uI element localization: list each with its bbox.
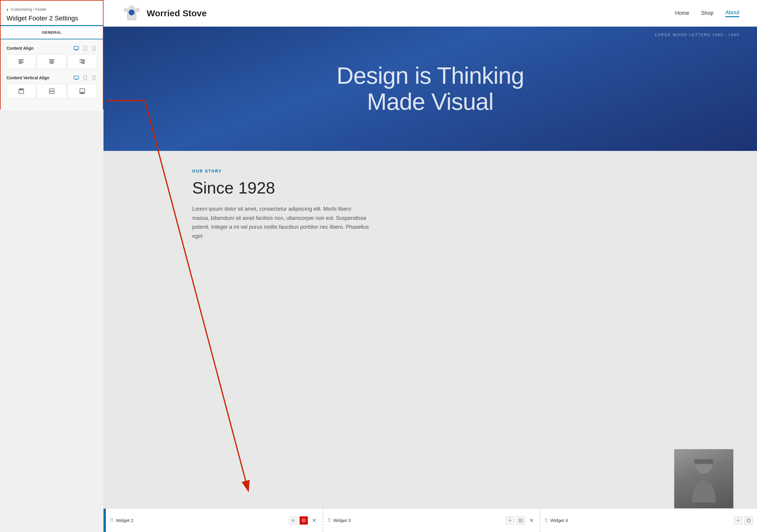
svg-point-6	[94, 50, 94, 50]
panel-header: ‹ Customizing • Footer Widget Footer 2 S…	[1, 1, 103, 26]
content-align-buttons	[7, 54, 97, 69]
widget-item-4: ⠿ Widget 4	[540, 509, 757, 532]
widget-settings-btn-3[interactable]	[506, 516, 514, 525]
section-body: Lorem ipsum dolor sit amet, consectetur …	[192, 204, 370, 240]
widget-drag-handle-4[interactable]: ⠿	[544, 517, 548, 523]
tablet-icon-2[interactable]	[82, 75, 88, 81]
hero-bg-text: LARGE WOOD LETTERS 1890 - 1940	[655, 33, 739, 37]
section-label: OUR STORY	[192, 169, 698, 173]
align-right-button[interactable]	[68, 54, 97, 69]
svg-rect-0	[74, 47, 79, 49]
hero-section: LARGE WOOD LETTERS 1890 - 1940 Design is…	[104, 27, 757, 151]
svg-point-4	[85, 50, 85, 50]
content-align-control: Content Align	[7, 45, 97, 69]
align-center-button[interactable]	[37, 54, 66, 69]
widget-expand-btn-2[interactable]	[300, 516, 308, 525]
content-align-label: Content Align	[7, 46, 33, 50]
panel-title: Widget Footer 2 Settings	[7, 15, 97, 22]
svg-rect-20	[76, 79, 77, 80]
mobile-icon[interactable]	[91, 45, 97, 51]
widget-close-btn-3[interactable]: ✕	[527, 516, 535, 525]
site-name: Worried Stove	[147, 8, 207, 18]
footer-widget-bar: ⠿ Widget 2 ✕ ⠿ Widget 3	[104, 508, 757, 532]
site-preview-area: Worried Stove Home Shop About LARGE WOOD…	[104, 0, 757, 532]
mobile-icon-2[interactable]	[91, 75, 97, 81]
widget-drag-handle-3[interactable]: ⠿	[327, 517, 331, 523]
widget-expand-btn-3[interactable]	[517, 516, 525, 525]
widget-name-3: Widget 3	[333, 518, 504, 523]
align-left-button[interactable]	[7, 54, 36, 69]
breadcrumb: Customizing • Footer	[11, 7, 47, 12]
svg-point-37	[129, 10, 135, 16]
content-section: OUR STORY Since 1928 Lorem ipsum dolor s…	[104, 151, 757, 508]
section-title: Since 1928	[192, 178, 698, 197]
valign-middle-button[interactable]	[37, 84, 66, 99]
nav-links: Home Shop About	[675, 10, 739, 17]
svg-point-45	[509, 520, 511, 521]
panel-body: Content Align	[1, 39, 103, 110]
person-image-placeholder	[674, 449, 733, 508]
content-vertical-align-control: Content Vertical Align	[7, 75, 97, 99]
widget-settings-btn-2[interactable]	[289, 516, 297, 525]
nav-shop[interactable]: Shop	[701, 10, 713, 16]
customizer-sidebar: ‹ Customizing • Footer Widget Footer 2 S…	[0, 0, 104, 532]
hero-title: Design is Thinking Made Visual	[337, 63, 524, 115]
tablet-icon[interactable]	[82, 45, 88, 51]
widget-color-indicator	[104, 509, 106, 532]
site-navigation: Worried Stove Home Shop About	[104, 0, 757, 27]
svg-point-22	[85, 79, 85, 80]
widget-drag-handle-2[interactable]: ⠿	[110, 517, 113, 523]
hero-main-text: Design is Thinking Made Visual	[337, 63, 524, 115]
desktop-icon[interactable]	[73, 45, 79, 51]
nav-home[interactable]: Home	[675, 10, 689, 16]
content-vertical-align-label: Content Vertical Align	[7, 76, 49, 80]
person-image	[674, 449, 733, 508]
svg-rect-49	[747, 519, 750, 522]
svg-point-41	[292, 520, 294, 521]
widget-expand-btn-4[interactable]	[744, 516, 753, 525]
nav-about[interactable]: About	[725, 10, 739, 17]
valign-top-button[interactable]	[7, 84, 36, 99]
widget-name-4: Widget 4	[550, 518, 732, 523]
back-button[interactable]: ‹	[7, 6, 9, 13]
widget-close-btn-2[interactable]: ✕	[310, 516, 318, 525]
site-logo	[121, 3, 142, 24]
desktop-icon-2[interactable]	[73, 75, 79, 81]
valign-bottom-button[interactable]	[68, 84, 97, 99]
widget-settings-btn-4[interactable]	[734, 516, 742, 525]
svg-point-48	[738, 520, 739, 521]
widget-item-3: ⠿ Widget 3 ✕	[323, 509, 540, 532]
site-logo-area: Worried Stove	[121, 3, 675, 24]
svg-point-24	[94, 79, 94, 80]
widget-name-2: Widget 2	[116, 518, 287, 523]
svg-rect-40	[694, 459, 713, 464]
device-icons-align	[73, 45, 97, 51]
content-vertical-align-buttons	[7, 84, 97, 99]
svg-rect-19	[74, 76, 79, 79]
tab-general[interactable]: GENERAL	[1, 26, 103, 39]
device-icons-vertical-align	[73, 75, 97, 81]
widget-item-2: ⠿ Widget 2 ✕	[104, 509, 323, 532]
widget-settings-panel: ‹ Customizing • Footer Widget Footer 2 S…	[0, 0, 104, 110]
svg-rect-2	[75, 50, 78, 50]
